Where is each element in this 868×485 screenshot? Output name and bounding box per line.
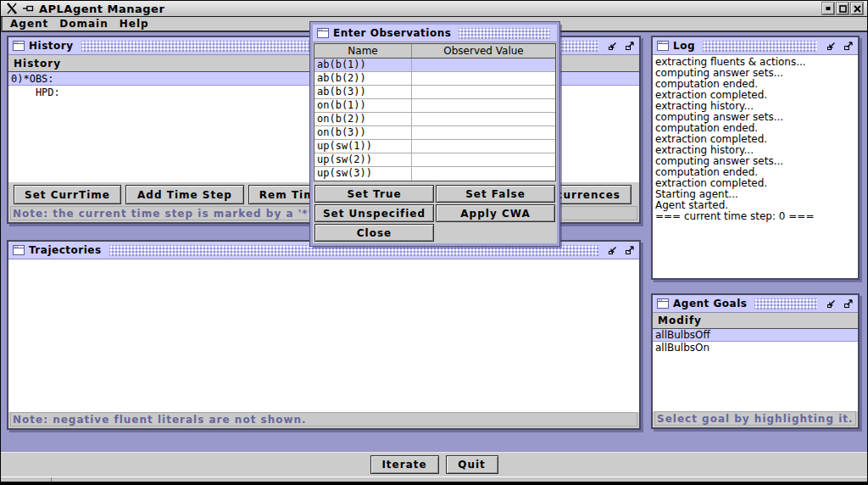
agent-goals-title: Agent Goals: [673, 298, 747, 309]
goal-item[interactable]: allBulbsOff: [653, 329, 858, 342]
observation-row[interactable]: on(b(3)): [314, 126, 555, 140]
observation-name: ab(b(2)): [314, 72, 412, 85]
window-title: APLAgent Manager: [39, 3, 164, 15]
goals-note: Select goal by highlighting it.: [654, 411, 856, 426]
dialog-button-spacer: [436, 224, 555, 242]
observation-row[interactable]: on(b(1)): [314, 99, 555, 113]
observation-value[interactable]: [412, 140, 555, 153]
window-icon: [316, 28, 329, 39]
observations-table-body[interactable]: ab(b(1)) ab(b(2)) ab(b(3)) on(b(1)): [314, 59, 555, 181]
goals-column-header: Modify: [653, 313, 858, 329]
observation-row[interactable]: up(sw(1)): [314, 140, 555, 153]
add-time-step-button[interactable]: Add Time Step: [125, 185, 244, 204]
restore-icon[interactable]: [606, 245, 619, 256]
observation-row[interactable]: ab(b(1)): [314, 59, 555, 72]
footer-bar: Iterate Quit: [1, 452, 867, 477]
titlebar-texture: [109, 245, 598, 256]
maximize-frame-icon[interactable]: [623, 245, 636, 256]
observation-row[interactable]: up(sw(3)): [314, 167, 555, 181]
observed-value-column-header[interactable]: Observed Value: [412, 44, 555, 58]
history-title: History: [29, 40, 74, 52]
trajectories-title: Trajectories: [29, 244, 102, 256]
dialog-titlebar[interactable]: Enter Observations: [313, 25, 557, 42]
menu-item[interactable]: Agent: [10, 18, 48, 30]
name-column-header[interactable]: Name: [314, 44, 412, 58]
dialog-title: Enter Observations: [333, 27, 451, 39]
observation-row[interactable]: ab(b(3)): [314, 86, 555, 99]
restore-icon[interactable]: [825, 298, 837, 309]
agent-goals-titlebar[interactable]: Agent Goals: [653, 295, 858, 313]
observation-value[interactable]: [412, 72, 555, 85]
observations-table-header: Name Observed Value: [314, 44, 555, 59]
observation-row[interactable]: ab(b(2)): [314, 72, 555, 86]
set-true-button[interactable]: Set True: [314, 185, 434, 203]
apply-cwa-button[interactable]: Apply CWA: [436, 204, 555, 222]
maximize-frame-icon[interactable]: [842, 298, 854, 309]
window-icon: [656, 298, 669, 309]
observations-table: Name Observed Value ab(b(1)) ab(b(2)) ab…: [314, 43, 556, 181]
log-line: === current time step: 0 ===: [655, 211, 855, 222]
goals-list[interactable]: allBulbsOffallBulbsOn: [653, 329, 858, 411]
window-icon: [12, 41, 25, 52]
close-dialog-button[interactable]: Close: [314, 224, 434, 242]
quit-button[interactable]: Quit: [446, 455, 498, 474]
maximize-frame-icon[interactable]: [623, 41, 636, 52]
pushpin-icon[interactable]: [22, 3, 35, 14]
log-panel: Log extracting fluents & actions...compu…: [651, 36, 860, 280]
titlebar-texture: [459, 28, 550, 39]
set-unspecified-button[interactable]: Set Unspecified: [314, 204, 434, 222]
close-button[interactable]: [851, 3, 863, 14]
goal-item[interactable]: allBulbsOn: [653, 342, 858, 354]
log-output[interactable]: extracting fluents & actions...computing…: [653, 55, 858, 278]
agent-goals-panel: Agent Goals Modify allBulbsOffallBulbsOn…: [651, 293, 860, 429]
observation-value[interactable]: [412, 86, 555, 98]
observation-value[interactable]: [412, 153, 555, 166]
restore-icon[interactable]: [606, 41, 619, 52]
window-controls: [822, 3, 863, 14]
observation-name: on(b(3)): [314, 126, 412, 139]
window-titlebar[interactable]: APLAgent Manager: [1, 1, 867, 17]
observation-name: up(sw(2)): [314, 153, 412, 166]
x11-logo-icon: [5, 3, 18, 14]
observation-value[interactable]: [412, 59, 555, 71]
dialog-buttons: Set True Set False Set Unspecified Apply…: [313, 182, 557, 243]
titlebar-texture: [703, 41, 817, 52]
window-icon: [656, 41, 669, 52]
observation-value[interactable]: [412, 167, 555, 181]
enter-observations-dialog: Enter Observations Name Observed Value a…: [310, 22, 559, 246]
observation-name: on(b(1)): [314, 99, 412, 112]
maximize-button[interactable]: [837, 3, 849, 14]
trajectories-panel: Trajectories Note: negative fluent liter…: [7, 240, 641, 430]
maximize-frame-icon[interactable]: [842, 41, 854, 52]
restore-icon[interactable]: [825, 41, 837, 52]
observation-value[interactable]: [412, 99, 555, 112]
observation-name: up(sw(3)): [314, 167, 412, 181]
titlebar-texture: [754, 298, 817, 309]
observation-name: ab(b(3)): [314, 86, 412, 98]
observation-row[interactable]: up(sw(2)): [314, 153, 555, 167]
observation-name: on(b(2)): [314, 113, 412, 125]
menu-item[interactable]: Help: [120, 18, 149, 30]
observation-name: up(sw(1)): [314, 140, 412, 153]
observation-name: ab(b(1)): [314, 59, 412, 71]
bottom-edge: [0, 482, 868, 485]
set-currtime-button[interactable]: Set CurrTime: [14, 185, 121, 204]
log-titlebar[interactable]: Log: [653, 37, 858, 55]
observation-value[interactable]: [412, 126, 555, 139]
set-false-button[interactable]: Set False: [436, 185, 555, 203]
trajectories-note: Note: negative fluent literals are not s…: [10, 412, 637, 426]
window-icon: [12, 245, 25, 256]
iterate-button[interactable]: Iterate: [370, 455, 439, 474]
log-title: Log: [673, 40, 695, 52]
observation-row[interactable]: on(b(2)): [314, 113, 555, 126]
trajectories-canvas[interactable]: [8, 259, 639, 412]
minimize-button[interactable]: [822, 3, 834, 14]
observation-value[interactable]: [412, 113, 555, 125]
menu-item[interactable]: Domain: [59, 18, 108, 30]
